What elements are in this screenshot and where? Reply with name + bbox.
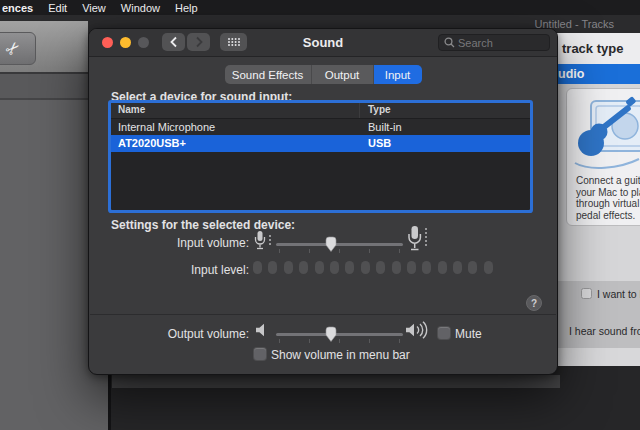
back-button[interactable] — [162, 33, 185, 51]
level-segment — [253, 261, 262, 274]
chevron-right-icon — [194, 36, 204, 48]
level-segment — [361, 261, 370, 274]
device-type: Built-in — [368, 121, 402, 133]
input-device-table: Name Type Internal Microphone Built-in A… — [111, 103, 530, 210]
track-type-item-audio[interactable]: udio — [552, 64, 640, 84]
tab-output[interactable]: Output — [312, 65, 374, 84]
column-header-name[interactable]: Name — [118, 104, 145, 115]
speaker-high-icon — [405, 321, 430, 339]
level-segment — [330, 261, 339, 274]
level-segment — [407, 261, 416, 274]
device-type: USB — [368, 137, 391, 149]
input-volume-label: Input volume: — [89, 236, 249, 250]
tab-label: Output — [325, 69, 360, 81]
search-placeholder: Search — [458, 37, 493, 49]
track-dialog-footer: I want to hea I hear sound fro — [552, 281, 640, 348]
cut-tool-button[interactable]: ✂ — [0, 32, 36, 65]
track-type-panel: Connect a guitar your Mac to play throug… — [552, 84, 640, 281]
mic-low-icon — [253, 230, 271, 252]
level-segment — [392, 261, 401, 274]
track-dialog-bottom — [552, 348, 640, 366]
table-row-internal-microphone[interactable]: Internal Microphone Built-in — [111, 119, 530, 135]
input-level-label: Input level: — [89, 263, 249, 277]
caption-line: your Mac to play — [576, 187, 640, 199]
background-track-dialog: track type udio — [552, 33, 640, 366]
output-volume-slider[interactable] — [276, 326, 403, 344]
minimize-button[interactable] — [120, 37, 131, 48]
select-device-label: Select a device for sound input: — [111, 90, 292, 104]
background-toolbar: ✂ — [0, 21, 88, 72]
level-segment — [299, 261, 308, 274]
level-segment — [484, 261, 493, 274]
level-segment — [422, 261, 431, 274]
mute-label: Mute — [455, 327, 482, 341]
guitar-amp-illustration — [567, 95, 640, 171]
table-header[interactable]: Name Type — [111, 103, 530, 119]
level-segment — [315, 261, 324, 274]
sound-preferences-window: Sound Search Sound Effects Output Input … — [88, 28, 558, 375]
column-header-type[interactable]: Type — [368, 104, 391, 115]
screen: ences Edit View Window Help Untitled - T… — [0, 0, 640, 430]
tab-bar: Sound Effects Output Input — [89, 65, 557, 84]
close-button[interactable] — [102, 37, 113, 48]
search-icon — [444, 37, 455, 48]
tab-sound-effects[interactable]: Sound Effects — [225, 65, 312, 84]
level-segment — [438, 261, 447, 274]
zoom-button[interactable] — [138, 37, 149, 48]
output-volume-label: Output volume: — [89, 327, 249, 341]
level-segment — [376, 261, 385, 274]
table-row-at2020usb-selected[interactable]: AT2020USB+ USB — [111, 135, 530, 152]
slider-ticks — [279, 339, 400, 343]
menu-item-help[interactable]: Help — [175, 2, 198, 14]
show-volume-label: Show volume in menu bar — [271, 348, 410, 362]
mic-high-icon — [406, 225, 427, 253]
hear-checkbox-label: I want to hea — [597, 288, 640, 300]
level-segment — [284, 261, 293, 274]
footer-divider — [90, 314, 556, 315]
guitar-card[interactable]: Connect a guitar your Mac to play throug… — [566, 88, 640, 226]
menu-bar: ences Edit View Window Help — [0, 0, 640, 15]
tab-input[interactable]: Input — [374, 65, 422, 84]
speaker-low-icon — [255, 323, 269, 337]
caption-line: pedal effects. — [576, 210, 640, 222]
menu-item-app[interactable]: ences — [2, 2, 33, 14]
menu-item-edit[interactable]: Edit — [48, 2, 67, 14]
track-type-heading-label: track type — [562, 41, 623, 56]
forward-button[interactable] — [187, 33, 210, 51]
background-track-row — [0, 74, 88, 98]
show-all-button[interactable] — [220, 33, 247, 51]
column-divider — [359, 103, 360, 118]
show-volume-checkbox[interactable] — [254, 348, 266, 360]
track-type-item-label: udio — [558, 67, 584, 81]
slider-ticks — [279, 249, 400, 253]
input-volume-slider[interactable] — [276, 236, 403, 254]
level-segment — [468, 261, 477, 274]
hear-checkbox[interactable] — [581, 288, 592, 299]
level-segment — [345, 261, 354, 274]
menu-item-window[interactable]: Window — [121, 2, 160, 14]
level-segment — [268, 261, 277, 274]
help-icon: ? — [531, 298, 537, 309]
help-button[interactable]: ? — [526, 295, 542, 311]
slider-track[interactable] — [276, 243, 403, 246]
grid-icon — [227, 37, 241, 47]
scissors-icon: ✂ — [1, 36, 26, 61]
track-type-heading: track type — [552, 33, 640, 64]
search-field[interactable]: Search — [438, 34, 550, 51]
device-name: Internal Microphone — [118, 121, 215, 133]
caption-line: Connect a guitar — [576, 175, 640, 187]
level-segment — [453, 261, 462, 274]
slider-track[interactable] — [276, 333, 403, 336]
background-track-edge — [108, 375, 111, 430]
mute-checkbox[interactable] — [438, 327, 450, 339]
background-dialog-edge — [112, 375, 560, 388]
device-name: AT2020USB+ — [118, 137, 186, 149]
menu-item-view[interactable]: View — [82, 2, 106, 14]
tab-label: Input — [385, 69, 411, 81]
input-level-meter — [253, 261, 493, 274]
hear-sound-text: I hear sound fro — [569, 325, 640, 337]
caption-line: through virtual a — [576, 198, 640, 210]
guitar-card-caption: Connect a guitar your Mac to play throug… — [576, 175, 640, 221]
chevron-left-icon — [169, 36, 179, 48]
tab-label: Sound Effects — [232, 69, 303, 81]
